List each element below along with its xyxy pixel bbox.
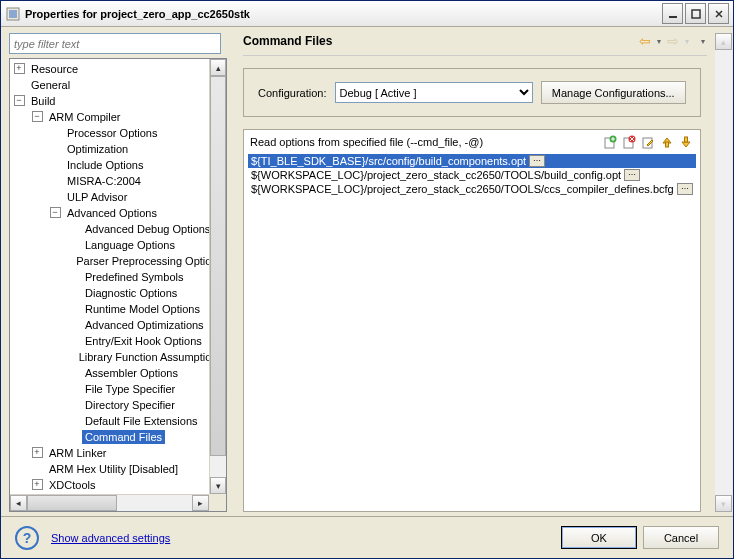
tree-item[interactable]: Build: [28, 94, 58, 108]
tree-item[interactable]: File Type Specifier: [82, 382, 178, 396]
back-menu-icon[interactable]: ▾: [655, 37, 663, 46]
move-up-icon[interactable]: [659, 134, 675, 150]
tree-item[interactable]: ARM Hex Utility [Disabled]: [46, 462, 181, 476]
tree-item[interactable]: MISRA-C:2004: [64, 174, 144, 188]
tree-item[interactable]: Library Function Assumptions: [76, 350, 226, 364]
svg-rect-1: [9, 10, 17, 18]
tree-item[interactable]: Optimization: [64, 142, 131, 156]
browse-icon[interactable]: ⋯: [529, 155, 545, 167]
maximize-button[interactable]: [685, 3, 706, 24]
expand-icon[interactable]: +: [32, 447, 43, 458]
svg-rect-10: [684, 137, 687, 142]
right-scrollbar-vertical[interactable]: ▴ ▾: [715, 33, 732, 512]
tree-item[interactable]: Runtime Model Options: [82, 302, 203, 316]
collapse-icon[interactable]: −: [14, 95, 25, 106]
tree-item[interactable]: ULP Advisor: [64, 190, 130, 204]
forward-menu-icon: ▾: [683, 37, 691, 46]
ok-button[interactable]: OK: [561, 526, 637, 549]
scroll-right-icon[interactable]: ▸: [192, 495, 209, 511]
scroll-down-icon: ▾: [715, 495, 732, 512]
list-label: Read options from specified file (--cmd_…: [250, 136, 602, 148]
tree-view[interactable]: +Resource General −Build −ARM Compiler P…: [9, 58, 227, 512]
collapse-icon[interactable]: −: [50, 207, 61, 218]
tree-item[interactable]: ARM Compiler: [46, 110, 124, 124]
tree-item[interactable]: Default File Extensions: [82, 414, 201, 428]
scroll-down-icon[interactable]: ▾: [210, 477, 226, 494]
browse-icon[interactable]: ⋯: [624, 169, 640, 181]
tree-item[interactable]: Predefined Symbols: [82, 270, 186, 284]
command-files-list[interactable]: ${TI_BLE_SDK_BASE}/src/config/build_comp…: [248, 154, 696, 507]
footer: ? Show advanced settings OK Cancel: [1, 516, 733, 558]
list-item[interactable]: ${WORKSPACE_LOC}/project_zero_stack_cc26…: [248, 182, 696, 196]
window-title: Properties for project_zero_app_cc2650st…: [25, 8, 662, 20]
tree-item[interactable]: Include Options: [64, 158, 146, 172]
configuration-select[interactable]: Debug [ Active ]: [335, 82, 533, 103]
svg-rect-9: [665, 142, 668, 147]
help-icon[interactable]: ?: [15, 526, 39, 550]
titlebar: Properties for project_zero_app_cc2650st…: [1, 1, 733, 27]
show-advanced-link[interactable]: Show advanced settings: [51, 532, 170, 544]
tree-item[interactable]: ARM Linker: [46, 446, 109, 460]
expand-icon[interactable]: +: [32, 479, 43, 490]
forward-icon[interactable]: ⇨: [665, 33, 681, 49]
list-item[interactable]: ${WORKSPACE_LOC}/project_zero_stack_cc26…: [248, 168, 696, 182]
delete-icon[interactable]: [621, 134, 637, 150]
tree-item[interactable]: Advanced Debug Options: [82, 222, 213, 236]
cancel-button[interactable]: Cancel: [643, 526, 719, 549]
scroll-thumb[interactable]: [210, 76, 226, 456]
configuration-group: Configuration: Debug [ Active ] Manage C…: [243, 68, 701, 117]
page-title: Command Files: [243, 34, 637, 48]
tree-item[interactable]: Entry/Exit Hook Options: [82, 334, 205, 348]
configuration-label: Configuration:: [258, 87, 327, 99]
svg-rect-2: [669, 16, 677, 18]
tree-item-selected[interactable]: Command Files: [82, 430, 165, 444]
expand-icon[interactable]: +: [14, 63, 25, 74]
svg-rect-3: [692, 10, 700, 18]
tree-item[interactable]: XDCtools: [46, 478, 98, 492]
list-item-selected[interactable]: ${TI_BLE_SDK_BASE}/src/config/build_comp…: [248, 154, 696, 168]
scroll-thumb[interactable]: [27, 495, 117, 511]
tree-scrollbar-vertical[interactable]: ▴ ▾: [209, 59, 226, 494]
app-icon: [5, 6, 21, 22]
collapse-icon[interactable]: −: [32, 111, 43, 122]
scroll-up-icon[interactable]: ▴: [210, 59, 226, 76]
tree-item[interactable]: Parser Preprocessing Options: [73, 254, 226, 268]
move-down-icon[interactable]: [678, 134, 694, 150]
tree-item[interactable]: Language Options: [82, 238, 178, 252]
tree-item[interactable]: Directory Specifier: [82, 398, 178, 412]
close-button[interactable]: [708, 3, 729, 24]
window-buttons: [662, 3, 729, 24]
manage-configurations-button[interactable]: Manage Configurations...: [541, 81, 686, 104]
tree-scrollbar-horizontal[interactable]: ◂ ▸: [10, 494, 209, 511]
tree-item[interactable]: Resource: [28, 62, 81, 76]
tree-item[interactable]: Assembler Options: [82, 366, 181, 380]
tree-item[interactable]: Advanced Optimizations: [82, 318, 207, 332]
browse-icon[interactable]: ⋯: [677, 183, 693, 195]
minimize-button[interactable]: [662, 3, 683, 24]
scroll-up-icon: ▴: [715, 33, 732, 50]
tree-item[interactable]: Diagnostic Options: [82, 286, 180, 300]
tree-item[interactable]: Advanced Options: [64, 206, 160, 220]
tree-item[interactable]: Processor Options: [64, 126, 160, 140]
view-menu-icon[interactable]: ▾: [699, 37, 707, 46]
back-icon[interactable]: ⇦: [637, 33, 653, 49]
edit-icon[interactable]: [640, 134, 656, 150]
scroll-left-icon[interactable]: ◂: [10, 495, 27, 511]
filter-input[interactable]: [9, 33, 221, 54]
tree-item[interactable]: General: [28, 78, 73, 92]
add-icon[interactable]: [602, 134, 618, 150]
command-files-group: Read options from specified file (--cmd_…: [243, 129, 701, 512]
